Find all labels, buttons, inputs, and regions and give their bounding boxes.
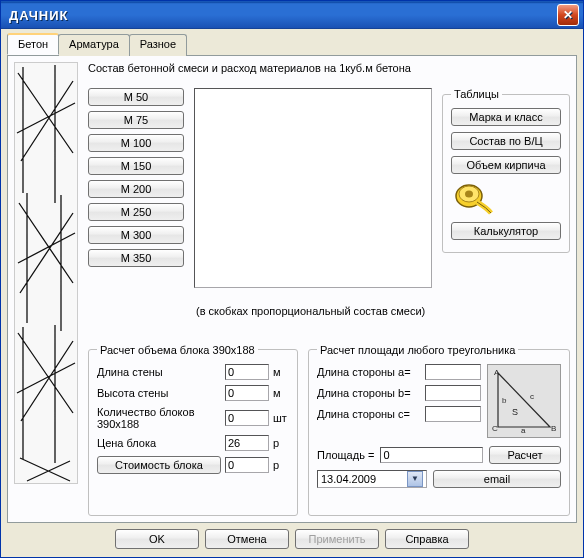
grade-button-м250[interactable]: М 250 <box>88 203 184 221</box>
grade-button-м100[interactable]: М 100 <box>88 134 184 152</box>
triangle-calc-button[interactable]: Расчет <box>489 446 561 464</box>
block-qty-label: Количество блоков 390x188 <box>97 406 221 430</box>
apply-button[interactable]: Применить <box>295 529 379 549</box>
side-a-input[interactable] <box>425 364 481 380</box>
tables-group: Таблицы Марка и класс Состав по В/Ц Объе… <box>442 88 570 253</box>
lower-area: Расчет объема блока 390x188 Длина стены … <box>88 344 570 516</box>
grade-buttons-column: М 50М 75М 100М 150М 200М 250М 300М 350 <box>88 88 184 299</box>
side-a-label: Длина стороны a= <box>317 366 421 378</box>
decorative-side-image <box>14 62 78 484</box>
grade-button-м150[interactable]: М 150 <box>88 157 184 175</box>
unit-pcs: шт <box>273 412 289 424</box>
side-b-label: Длина стороны b= <box>317 387 421 399</box>
svg-point-3 <box>465 191 473 198</box>
wall-length-label: Длина стены <box>97 366 221 378</box>
unit-m2: м <box>273 387 289 399</box>
block-price-input[interactable] <box>225 435 269 451</box>
date-value: 13.04.2009 <box>321 473 376 485</box>
grade-button-м200[interactable]: М 200 <box>88 180 184 198</box>
footnote: (в скобках пропорциональный состав смеси… <box>196 305 570 338</box>
area-output[interactable] <box>380 447 483 463</box>
date-picker[interactable]: 13.04.2009 ▼ <box>317 470 427 488</box>
block-volume-group: Расчет объема блока 390x188 Длина стены … <box>88 344 298 516</box>
close-button[interactable]: ✕ <box>557 4 579 26</box>
dialog-buttons: OK Отмена Применить Справка <box>7 523 577 551</box>
tab-misc[interactable]: Разное <box>129 34 187 56</box>
right-column: Таблицы Марка и класс Состав по В/Ц Объе… <box>442 88 570 299</box>
tab-rebar[interactable]: Арматура <box>58 34 130 56</box>
unit-rub: р <box>273 437 289 449</box>
svg-text:A: A <box>494 368 500 377</box>
wall-height-input[interactable] <box>225 385 269 401</box>
app-window: ДАЧНИК ✕ Бетон Арматура Разное <box>0 0 584 558</box>
tabpanel-concrete: Состав бетонной смеси и расход материало… <box>7 55 577 523</box>
svg-text:b: b <box>502 396 507 405</box>
side-c-label: Длина стороны c= <box>317 408 421 420</box>
side-b-input[interactable] <box>425 385 481 401</box>
email-button[interactable]: email <box>433 470 561 488</box>
help-button[interactable]: Справка <box>385 529 469 549</box>
svg-text:B: B <box>551 424 556 433</box>
block-qty-input[interactable] <box>225 410 269 426</box>
svg-rect-0 <box>15 63 77 483</box>
block-legend: Расчет объема блока 390x188 <box>97 344 258 356</box>
unit-rub2: р <box>273 459 289 471</box>
grade-button-м350[interactable]: М 350 <box>88 249 184 267</box>
client-area: Бетон Арматура Разное Состав бетонной см… <box>1 29 583 557</box>
svg-text:C: C <box>492 424 498 433</box>
headline: Состав бетонной смеси и расход материало… <box>88 62 570 84</box>
unit-m: м <box>273 366 289 378</box>
tabs: Бетон Арматура Разное <box>7 33 577 56</box>
window-title: ДАЧНИК <box>5 8 557 23</box>
grade-button-м50[interactable]: М 50 <box>88 88 184 106</box>
brand-class-button[interactable]: Марка и класс <box>451 108 561 126</box>
triangle-legend: Расчет площади любого треугольника <box>317 344 518 356</box>
tables-legend: Таблицы <box>451 88 502 100</box>
triangle-diagram: A B C b c a S <box>487 364 561 438</box>
block-cost-output[interactable] <box>225 457 269 473</box>
ok-button[interactable]: OK <box>115 529 199 549</box>
triangle-area-group: Расчет площади любого треугольника A B C… <box>308 344 570 516</box>
side-c-input[interactable] <box>425 406 481 422</box>
svg-text:S: S <box>512 407 518 417</box>
tab-concrete[interactable]: Бетон <box>7 33 59 55</box>
mix-output-textarea[interactable] <box>194 88 432 288</box>
calculator-button[interactable]: Калькулятор <box>451 222 561 240</box>
area-label: Площадь = <box>317 449 374 461</box>
wall-length-input[interactable] <box>225 364 269 380</box>
chevron-down-icon: ▼ <box>407 471 423 487</box>
titlebar: ДАЧНИК ✕ <box>1 1 583 29</box>
block-price-label: Цена блока <box>97 437 221 449</box>
grade-button-м300[interactable]: М 300 <box>88 226 184 244</box>
cancel-button[interactable]: Отмена <box>205 529 289 549</box>
top-area: Состав бетонной смеси и расход материало… <box>88 62 570 299</box>
brick-volume-button[interactable]: Объем кирпича <box>451 156 561 174</box>
grade-button-м75[interactable]: М 75 <box>88 111 184 129</box>
water-cement-button[interactable]: Состав по В/Ц <box>451 132 561 150</box>
svg-text:a: a <box>521 426 526 435</box>
tape-measure-icon <box>451 180 561 218</box>
wall-height-label: Высота стены <box>97 387 221 399</box>
block-cost-button[interactable]: Стоимость блока <box>97 456 221 474</box>
svg-text:c: c <box>530 392 534 401</box>
